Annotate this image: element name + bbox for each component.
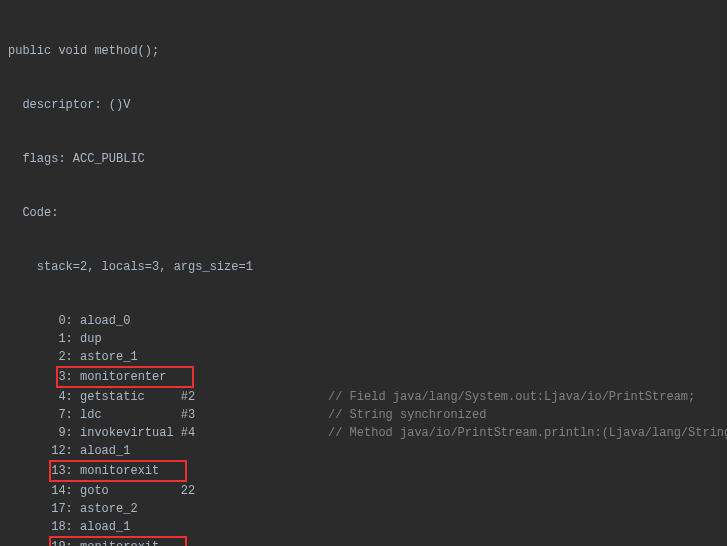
instruction-row: 1: dup	[8, 330, 719, 348]
instruction-row: 7: ldc #3// String synchronized	[8, 406, 719, 424]
instruction-opcode: 17: astore_2	[8, 500, 328, 518]
stack-line: stack=2, locals=3, args_size=1	[8, 258, 719, 276]
instruction-opcode: 9: invokevirtual #4	[8, 424, 328, 442]
instruction-opcode: 2: astore_1	[8, 348, 328, 366]
instruction-row: 12: aload_1	[8, 442, 719, 460]
flags-line: flags: ACC_PUBLIC	[8, 150, 719, 168]
instruction-row: 14: goto 22	[8, 482, 719, 500]
descriptor-line: descriptor: ()V	[8, 96, 719, 114]
code-label: Code:	[8, 204, 719, 222]
instruction-comment: // String synchronized	[328, 406, 719, 424]
instruction-comment: // Method java/io/PrintStream.println:(L…	[328, 424, 727, 442]
instruction-comment: // Field java/lang/System.out:Ljava/io/P…	[328, 388, 719, 406]
instruction-opcode: 13: monitorexit	[8, 460, 328, 482]
instruction-row: 13: monitorexit	[8, 460, 719, 482]
instruction-row: 18: aload_1	[8, 518, 719, 536]
instruction-row: 17: astore_2	[8, 500, 719, 518]
instruction-row: 4: getstatic #2// Field java/lang/System…	[8, 388, 719, 406]
instruction-opcode: 3: monitorenter	[8, 366, 328, 388]
instruction-list: 0: aload_0 1: dup 2: astore_1 3: monitor…	[8, 312, 719, 546]
instruction-row: 9: invokevirtual #4// Method java/io/Pri…	[8, 424, 719, 442]
instruction-opcode: 1: dup	[8, 330, 328, 348]
instruction-row: 3: monitorenter	[8, 366, 719, 388]
red-highlight-box: 13: monitorexit	[49, 460, 187, 482]
instruction-opcode: 12: aload_1	[8, 442, 328, 460]
instruction-opcode: 7: ldc #3	[8, 406, 328, 424]
red-highlight-box: 3: monitorenter	[56, 366, 194, 388]
bytecode-disassembly: public void method(); descriptor: ()V fl…	[8, 6, 719, 546]
instruction-opcode: 14: goto 22	[8, 482, 328, 500]
method-signature: public void method();	[8, 42, 719, 60]
instruction-opcode: 18: aload_1	[8, 518, 328, 536]
instruction-row: 19: monitorexit	[8, 536, 719, 546]
instruction-row: 0: aload_0	[8, 312, 719, 330]
instruction-opcode: 4: getstatic #2	[8, 388, 328, 406]
instruction-opcode: 0: aload_0	[8, 312, 328, 330]
red-highlight-box: 19: monitorexit	[49, 536, 187, 546]
instruction-opcode: 19: monitorexit	[8, 536, 328, 546]
instruction-row: 2: astore_1	[8, 348, 719, 366]
